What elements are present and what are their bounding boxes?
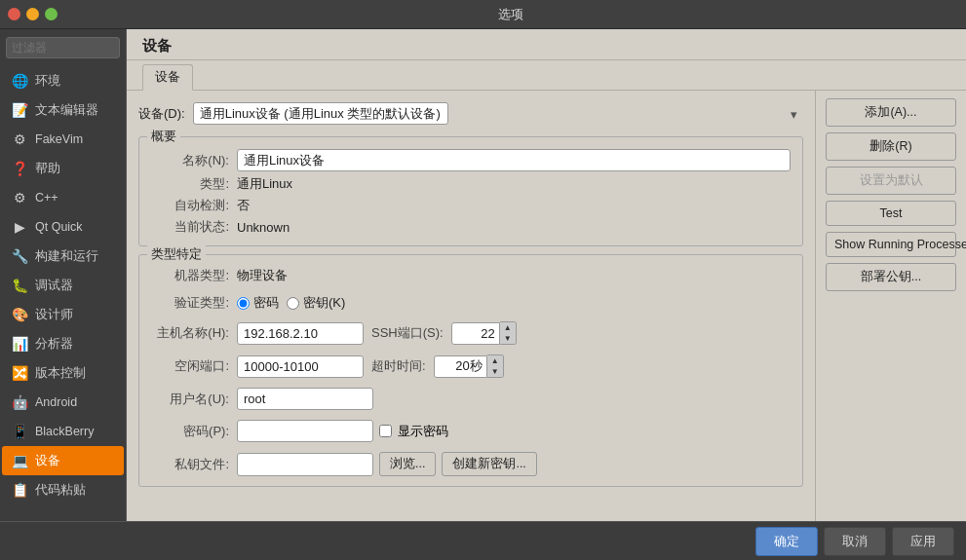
text-editor-icon: 📝 bbox=[10, 100, 29, 120]
apply-button[interactable]: 应用 bbox=[892, 527, 954, 556]
set-default-button[interactable]: 设置为默认 bbox=[826, 167, 956, 195]
host-row: 主机名称(H): SSH端口(S): ▲ ▼ bbox=[151, 319, 791, 347]
close-button[interactable] bbox=[8, 8, 20, 20]
cpp-icon: ⚙ bbox=[10, 188, 29, 207]
sidebar-item-qt-quick[interactable]: ▶ Qt Quick bbox=[2, 212, 124, 242]
username-row: 用户名(U): bbox=[151, 386, 791, 412]
environment-icon: 🌐 bbox=[10, 71, 29, 91]
debugger-icon: 🐛 bbox=[10, 276, 29, 295]
private-key-label: 私钥文件: bbox=[151, 456, 229, 473]
maximize-button[interactable] bbox=[45, 8, 58, 20]
timeout-up-btn[interactable]: ▲ bbox=[487, 355, 503, 366]
password-row: 密码(P): 显示密码 bbox=[151, 418, 791, 444]
sidebar-label-text-editor: 文本编辑器 bbox=[35, 102, 98, 119]
sidebar-label-designer: 设计师 bbox=[35, 307, 73, 323]
create-key-button[interactable]: 创建新密钥... bbox=[442, 452, 536, 476]
filter-input[interactable] bbox=[6, 37, 120, 58]
timeout-row: 超时时间: ▲ ▼ bbox=[237, 355, 504, 378]
tab-devices[interactable]: 设备 bbox=[142, 64, 193, 91]
overview-section-title: 概要 bbox=[147, 128, 180, 145]
titlebar: 选项 bbox=[0, 0, 966, 29]
browse-button[interactable]: 浏览... bbox=[379, 452, 436, 476]
radio-password-input[interactable] bbox=[237, 297, 250, 310]
sidebar-item-cpp[interactable]: ⚙ C++ bbox=[2, 183, 124, 212]
sidebar-item-fakevim[interactable]: ⚙ FakeVim bbox=[2, 125, 124, 154]
device-select[interactable]: 通用Linux设备 (通用Linux 类型的默认设备) bbox=[193, 102, 448, 125]
status-value: Unknown bbox=[237, 220, 290, 235]
ssh-port-spinbox-btns: ▲ ▼ bbox=[500, 321, 517, 345]
sidebar-item-analyzer[interactable]: 📊 分析器 bbox=[2, 329, 124, 358]
inner-layout: 设备(D): 通用Linux设备 (通用Linux 类型的默认设备) 概要 名称… bbox=[127, 91, 966, 521]
deploy-key-button[interactable]: 部署公钥... bbox=[826, 263, 956, 291]
sidebar-label-android: Android bbox=[35, 395, 77, 409]
sidebar-item-help[interactable]: ❓ 帮助 bbox=[2, 154, 124, 183]
designer-icon: 🎨 bbox=[10, 305, 29, 324]
filter-box bbox=[0, 33, 126, 62]
sidebar-item-designer[interactable]: 🎨 设计师 bbox=[2, 300, 124, 329]
name-row: 名称(N): bbox=[151, 147, 791, 173]
add-button[interactable]: 添加(A)... bbox=[826, 98, 956, 127]
device-select-wrapper: 通用Linux设备 (通用Linux 类型的默认设备) bbox=[193, 102, 803, 125]
type-value: 通用Linux bbox=[237, 175, 292, 193]
right-panel: 添加(A)... 删除(R) 设置为默认 Test Show Running P… bbox=[815, 91, 966, 521]
window-title: 选项 bbox=[63, 6, 958, 23]
sidebar-item-android[interactable]: 🤖 Android bbox=[2, 388, 124, 417]
sidebar-item-debugger[interactable]: 🐛 调试器 bbox=[2, 271, 124, 300]
auto-detect-label: 自动检测: bbox=[151, 197, 229, 214]
device-row: 设备(D): 通用Linux设备 (通用Linux 类型的默认设备) bbox=[138, 98, 803, 129]
sidebar-item-build-run[interactable]: 🔧 构建和运行 bbox=[2, 242, 124, 271]
password-row-inner: 显示密码 bbox=[237, 420, 448, 442]
radio-password[interactable]: 密码 bbox=[237, 294, 279, 312]
sidebar-label-debugger: 调试器 bbox=[35, 278, 73, 294]
auto-detect-row: 自动检测: 否 bbox=[151, 195, 791, 216]
ssh-port-input[interactable] bbox=[451, 322, 500, 345]
status-label: 当前状态: bbox=[151, 218, 229, 236]
machine-type-row: 机器类型: 物理设备 bbox=[151, 265, 791, 286]
minimize-button[interactable] bbox=[26, 8, 39, 20]
radio-key-input[interactable] bbox=[287, 297, 299, 310]
show-processes-button[interactable]: Show Running Processes bbox=[826, 232, 956, 257]
free-port-input[interactable] bbox=[237, 355, 364, 378]
auto-detect-value: 否 bbox=[237, 197, 250, 214]
private-key-row: 私钥文件: 浏览... 创建新密钥... bbox=[151, 450, 791, 478]
main-layout: 🌐 环境 📝 文本编辑器 ⚙ FakeVim ❓ 帮助 ⚙ C++ ▶ Qt Q… bbox=[0, 29, 966, 521]
sidebar-item-devices[interactable]: 💻 设备 bbox=[2, 446, 124, 475]
show-password-checkbox[interactable] bbox=[379, 425, 392, 437]
sidebar-label-code-paste: 代码粘贴 bbox=[35, 482, 86, 499]
tab-bar: 设备 bbox=[127, 60, 966, 91]
test-button[interactable]: Test bbox=[826, 201, 956, 226]
sidebar-label-environment: 环境 bbox=[35, 73, 60, 90]
sidebar-label-analyzer: 分析器 bbox=[35, 336, 73, 353]
build-run-icon: 🔧 bbox=[10, 246, 29, 266]
sidebar-item-environment[interactable]: 🌐 环境 bbox=[2, 66, 124, 95]
host-input[interactable] bbox=[237, 322, 364, 345]
ssh-port-down-btn[interactable]: ▼ bbox=[500, 333, 516, 344]
ssh-port-up-btn[interactable]: ▲ bbox=[500, 322, 516, 333]
page-title: 设备 bbox=[127, 29, 966, 60]
private-key-input[interactable] bbox=[237, 453, 373, 476]
timeout-down-btn[interactable]: ▼ bbox=[487, 366, 503, 377]
type-label: 类型: bbox=[151, 175, 229, 193]
cancel-button[interactable]: 取消 bbox=[824, 527, 886, 556]
sidebar-item-text-editor[interactable]: 📝 文本编辑器 bbox=[2, 95, 124, 125]
code-paste-icon: 📋 bbox=[10, 480, 29, 500]
radio-key[interactable]: 密钥(K) bbox=[287, 294, 345, 312]
password-input[interactable] bbox=[237, 420, 373, 442]
content-area: 设备 设备 设备(D): 通用Linux设备 (通用Linux 类型的默认设备) bbox=[127, 29, 966, 521]
sidebar-label-help: 帮助 bbox=[35, 161, 60, 177]
overview-section: 概要 名称(N): 类型: 通用Linux 自动检测: 否 当前状态: bbox=[138, 136, 803, 246]
timeout-label: 超时时间: bbox=[371, 357, 426, 375]
ok-button[interactable]: 确定 bbox=[755, 527, 818, 556]
ssh-row: SSH端口(S): ▲ ▼ bbox=[237, 321, 517, 345]
sidebar-item-code-paste[interactable]: 📋 代码粘贴 bbox=[2, 475, 124, 504]
timeout-input[interactable] bbox=[434, 355, 487, 378]
qt-quick-icon: ▶ bbox=[10, 217, 29, 237]
remove-button[interactable]: 删除(R) bbox=[826, 132, 956, 161]
username-input[interactable] bbox=[237, 388, 373, 410]
free-port-row: 空闲端口: 超时时间: ▲ ▼ bbox=[151, 353, 791, 380]
sidebar-item-blackberry[interactable]: 📱 BlackBerry bbox=[2, 417, 124, 446]
free-port-label: 空闲端口: bbox=[151, 357, 229, 375]
devices-icon: 💻 bbox=[10, 451, 29, 470]
sidebar-item-version-ctrl[interactable]: 🔀 版本控制 bbox=[2, 358, 124, 388]
name-input[interactable] bbox=[237, 149, 791, 171]
